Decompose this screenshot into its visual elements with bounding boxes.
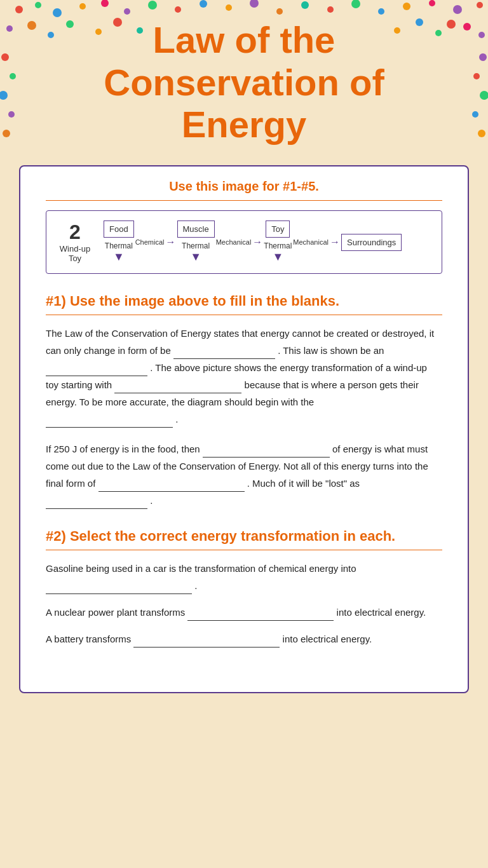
- diagram-wind-up-label: Wind-upToy: [60, 244, 90, 263]
- mechanical-arrow-symbol-2: →: [330, 236, 340, 248]
- diagram-instruction: Use this image for #1-#5.: [46, 179, 442, 194]
- q1-paragraph-2: If 250 J of energy is in the food, then …: [46, 440, 442, 509]
- toy-col: Toy Thermal ▼: [264, 220, 292, 264]
- q1-paragraph-1: The Law of the Conservation of Energy st…: [46, 325, 442, 428]
- arrow-chemical: Chemical →: [134, 236, 177, 248]
- muscle-box: Muscle: [177, 220, 215, 238]
- question-1-section: #1) Use the image above to fill in the b…: [46, 293, 442, 509]
- mechanical-label-1: Mechanical: [216, 238, 252, 246]
- q2-divider: [46, 550, 442, 550]
- surroundings-col: Surroundings: [341, 234, 402, 251]
- q2-paragraph-2: A nuclear power plant transforms into el…: [46, 604, 442, 621]
- blank-7[interactable]: [46, 498, 147, 509]
- arrow-mechanical-2: Mechanical →: [292, 236, 341, 248]
- q1-divider: [46, 315, 442, 315]
- q2-paragraph-1: Gasoline being used in a car is the tran…: [46, 560, 442, 594]
- question-2-section: #2) Select the correct energy transforma…: [46, 528, 442, 648]
- blank-2[interactable]: [46, 365, 147, 376]
- blank-1[interactable]: [173, 348, 275, 359]
- header: Law of the Conservation of Energy: [0, 0, 488, 159]
- chemical-label: Chemical: [135, 238, 165, 246]
- food-thermal-label: Thermal: [105, 241, 133, 250]
- blank-10[interactable]: [133, 636, 280, 648]
- muscle-thermal-arrow: ▼: [190, 250, 201, 264]
- diagram-number: 2: [69, 220, 81, 244]
- blank-5[interactable]: [203, 446, 330, 458]
- blank-3[interactable]: [114, 382, 241, 393]
- q2-paragraph-3: A battery transforms into electrical ene…: [46, 630, 442, 648]
- muscle-thermal-group: Thermal ▼: [182, 241, 210, 264]
- content-box: Use this image for #1-#5. 2 Wind-upToy F…: [19, 165, 469, 693]
- blank-4[interactable]: [46, 416, 173, 428]
- chemical-arrow-symbol: →: [166, 236, 176, 248]
- toy-box: Toy: [266, 220, 290, 238]
- food-thermal-group: Thermal ▼: [105, 241, 133, 264]
- page-title: Law of the Conservation of Energy: [38, 19, 450, 146]
- food-col: Food Thermal ▼: [104, 220, 134, 264]
- toy-thermal-group: Thermal ▼: [264, 241, 292, 264]
- mechanical-arrow-symbol-1: →: [252, 236, 262, 248]
- muscle-col: Muscle Thermal ▼: [177, 220, 215, 264]
- arrow-mechanical-1: Mechanical →: [215, 236, 264, 248]
- blank-6[interactable]: [98, 480, 245, 492]
- energy-diagram: 2 Wind-upToy Food Thermal ▼ Chemical →: [46, 210, 442, 274]
- muscle-thermal-label: Thermal: [182, 241, 210, 250]
- blank-8[interactable]: [46, 583, 192, 594]
- question-2-title: #2) Select the correct energy transforma…: [46, 528, 442, 545]
- diagram-flow: Food Thermal ▼ Chemical → Muscle Thermal: [104, 220, 435, 264]
- toy-thermal-label: Thermal: [264, 241, 292, 250]
- surroundings-box: Surroundings: [341, 234, 402, 251]
- mechanical-label-2: Mechanical: [293, 238, 329, 246]
- divider-top: [46, 200, 442, 201]
- food-box: Food: [104, 220, 134, 238]
- diagram-label: 2 Wind-upToy: [53, 220, 104, 263]
- toy-thermal-arrow: ▼: [272, 250, 283, 264]
- food-thermal-arrow: ▼: [113, 250, 125, 264]
- question-1-title: #1) Use the image above to fill in the b…: [46, 293, 442, 309]
- blank-9[interactable]: [187, 609, 334, 621]
- flow-row-main: Food Thermal ▼ Chemical → Muscle Thermal: [104, 220, 402, 264]
